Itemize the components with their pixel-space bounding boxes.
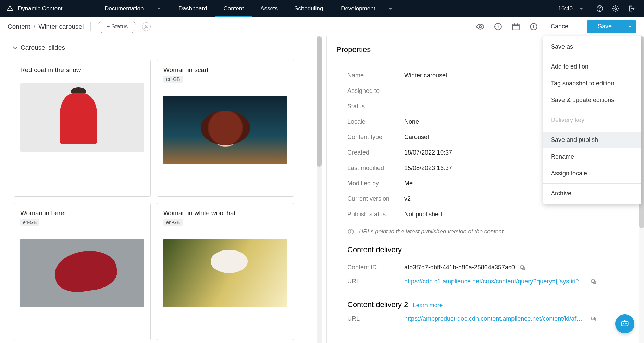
save-dropdown-button[interactable]: [623, 20, 636, 33]
menu-add-to-edition[interactable]: Add to edition: [543, 58, 641, 75]
card[interactable]: Woman in scarf en-GB: [157, 60, 294, 197]
delivery1-url[interactable]: https://cdn.c1.amplience.net/cms/content…: [404, 278, 586, 285]
svg-point-3: [615, 8, 617, 10]
prop-label: URL: [347, 315, 404, 322]
chat-icon: [620, 319, 630, 329]
calendar-icon[interactable]: [511, 22, 520, 31]
copy-icon[interactable]: [520, 265, 526, 271]
card[interactable]: Woman in white wool hat en-GB: [157, 203, 294, 340]
url-note: URLs point to the latest published versi…: [347, 228, 623, 235]
nav-assets[interactable]: Assets: [252, 0, 286, 17]
menu-archive[interactable]: Archive: [543, 185, 641, 202]
menu-tag-snapshot[interactable]: Tag snapshot to edition: [543, 75, 641, 92]
svg-point-19: [626, 323, 626, 324]
nav-documentation[interactable]: Documentation: [95, 0, 170, 17]
menu-save-as[interactable]: Save as: [543, 38, 641, 55]
learn-more-link[interactable]: Learn more: [413, 302, 443, 309]
delivery2-title: Content delivery 2: [347, 300, 408, 309]
nav-development[interactable]: Development: [331, 0, 402, 17]
prop-value: Carousel: [404, 134, 429, 141]
chevron-down-icon: [13, 45, 18, 49]
copy-icon[interactable]: [591, 316, 597, 322]
scrollbar[interactable]: [317, 36, 322, 343]
prop-label: Status: [347, 103, 404, 110]
chat-fab[interactable]: [615, 314, 634, 333]
save-button[interactable]: Save: [587, 20, 623, 33]
help-icon[interactable]: [596, 5, 604, 12]
preview-icon[interactable]: [476, 22, 485, 31]
prop-value: Not published: [404, 211, 442, 218]
avatar-placeholder-icon[interactable]: [142, 22, 151, 31]
nav-dashboard[interactable]: Dashboard: [170, 0, 215, 17]
settings-icon[interactable]: [612, 5, 619, 12]
svg-point-10: [351, 230, 351, 231]
brand[interactable]: Dynamic Content: [0, 0, 95, 17]
chevron-down-icon: [580, 8, 583, 10]
prop-label: Assigned to: [347, 87, 404, 95]
card-title: Woman in white wool hat: [163, 209, 287, 217]
history-icon[interactable]: [494, 22, 503, 31]
url-note-text: URLs point to the latest published versi…: [359, 228, 505, 235]
menu-rename[interactable]: Rename: [543, 148, 641, 165]
nav-content[interactable]: Content: [215, 0, 252, 17]
top-nav: Dynamic Content Documentation Dashboard …: [0, 0, 644, 17]
pane-divider[interactable]: [322, 36, 327, 343]
copy-icon[interactable]: [591, 279, 597, 285]
nav-scheduling[interactable]: Scheduling: [286, 0, 331, 17]
card-image: [20, 239, 144, 307]
crumb-root[interactable]: Content: [8, 23, 30, 30]
nav-development-label: Development: [341, 5, 375, 12]
svg-point-5: [479, 25, 482, 28]
delivery2-url[interactable]: https://ampproduct-doc.cdn.content.ampli…: [404, 315, 586, 322]
divider: [90, 22, 91, 31]
prop-label: Created: [347, 149, 404, 156]
menu-delivery-key: Delivery key: [543, 112, 641, 128]
info-icon[interactable]: [529, 22, 538, 31]
card-image: [163, 239, 287, 307]
svg-point-18: [623, 323, 624, 324]
svg-marker-0: [7, 6, 13, 11]
menu-separator: [543, 110, 641, 110]
tool-icons: [476, 22, 538, 31]
prop-value: 18/07/2022 10:37: [404, 149, 452, 156]
prop-value: Winter carousel: [404, 72, 447, 79]
brand-name: Dynamic Content: [18, 5, 62, 12]
prop-label: Modified by: [347, 180, 404, 187]
section-carousel-slides[interactable]: Carousel slides: [14, 44, 317, 51]
menu-save-and-publish[interactable]: Save and publish: [543, 132, 641, 148]
cancel-button[interactable]: Cancel: [544, 20, 577, 33]
menu-assign-locale[interactable]: Assign locale: [543, 165, 641, 182]
prop-value: 15/08/2023 16:37: [404, 164, 452, 172]
logout-icon[interactable]: [628, 5, 635, 12]
menu-separator: [543, 57, 641, 57]
prop-label: URL: [347, 278, 404, 285]
menu-save-update-editions[interactable]: Save & update editions: [543, 92, 641, 109]
breadcrumb: Content / Winter carousel: [8, 23, 84, 30]
chevron-down-icon: [389, 8, 392, 10]
card[interactable]: Red coat in the snow: [14, 60, 151, 197]
save-dropdown-menu: Save as Add to edition Tag snapshot to e…: [543, 36, 641, 204]
chevron-down-icon: [157, 8, 161, 10]
add-status-button[interactable]: + Status: [98, 21, 136, 33]
prop-label: Current version: [347, 195, 404, 203]
card[interactable]: Woman in beret en-GB: [14, 203, 151, 340]
locale-chip: en-GB: [163, 219, 183, 226]
prop-value: None: [404, 118, 419, 125]
nav-time[interactable]: 16:40: [554, 5, 587, 12]
save-group: Save: [587, 20, 636, 33]
prop-label: Publish status: [347, 211, 404, 218]
locale-chip: en-GB: [163, 76, 183, 83]
card-image: [163, 96, 287, 164]
prop-label: Name: [347, 72, 404, 79]
svg-point-8: [533, 25, 534, 25]
nav-time-label: 16:40: [558, 5, 573, 12]
prop-label: Locale: [347, 118, 404, 125]
card-image: [20, 83, 144, 152]
menu-separator: [543, 130, 641, 130]
toolbar: Content / Winter carousel + Status Cance…: [0, 17, 644, 36]
prop-label: Content type: [347, 134, 404, 141]
brand-logo-icon: [6, 5, 14, 12]
card-title: Red coat in the snow: [20, 66, 144, 74]
prop-label: Content ID: [347, 264, 404, 271]
delivery1-title: Content delivery: [347, 245, 623, 254]
